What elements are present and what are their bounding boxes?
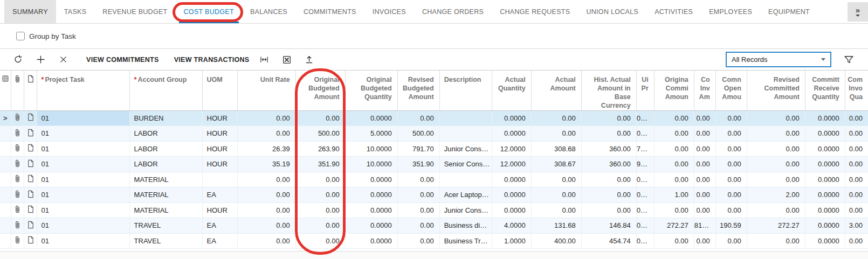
cell-uom[interactable]: HOUR (202, 141, 237, 157)
cell-original-budgeted-quantity[interactable]: 10.0000 (345, 157, 397, 172)
cell-origina-commi-amoun[interactable]: 0.00 (654, 126, 694, 142)
row-expander-cell[interactable] (0, 202, 11, 218)
cell-comn-open-amou[interactable]: 0.00 (715, 141, 747, 157)
tab-change-orders[interactable]: CHANGE ORDERS (414, 0, 492, 23)
row-files-cell[interactable] (11, 233, 24, 249)
row-expander-cell[interactable] (0, 172, 11, 187)
cell-account-group[interactable]: TRAVEL (129, 233, 202, 249)
cell-account-group[interactable]: TRAVEL (129, 218, 202, 234)
cell-co-inv-am[interactable]: 0.00 (694, 187, 715, 203)
cell-committ-receive-quantity[interactable]: 0.0000 (805, 187, 845, 203)
row-files-cell[interactable] (11, 110, 24, 126)
row-files-cell[interactable] (11, 126, 24, 142)
cell-committ-receive-quantity[interactable]: 0.0000 (805, 202, 845, 218)
grid-row[interactable]: 01MATERIALEA0.000.000.00000.00Acer Lapto… (0, 187, 868, 203)
cell-revised-budgeted-amount[interactable]: 0.00 (397, 202, 439, 218)
cell-unit-rate[interactable]: 0.00 (237, 126, 295, 142)
row-note-cell[interactable] (24, 218, 37, 234)
cell-uom[interactable]: EA (202, 187, 237, 203)
cell-comn-open-amou[interactable]: 0.00 (715, 126, 747, 142)
cell-revised-committed-amount[interactable]: 0.00 (747, 157, 805, 172)
column-header-actual-quantity[interactable]: Actual Quantity (492, 71, 531, 110)
row-note-cell[interactable] (24, 233, 37, 249)
cell-com-invo-qua[interactable]: 3.00 (845, 218, 868, 234)
tab-union-locals[interactable]: UNION LOCALS (578, 0, 646, 23)
row-expander-cell[interactable] (0, 126, 11, 142)
grid-row[interactable]: 01TRAVELEA0.000.000.00000.00Business Tr…… (0, 233, 868, 249)
row-expander-cell[interactable] (0, 218, 11, 234)
cell-unit-rate[interactable]: 0.00 (237, 202, 295, 218)
cell-original-budgeted-amount[interactable]: 351.90 (295, 157, 345, 172)
column-header-uom[interactable]: UOM (202, 71, 237, 110)
cell-actual-quantity[interactable]: 0.0000 (492, 187, 531, 203)
cell-hist-actual-amount-in-base-currency[interactable]: 360.00 (581, 141, 636, 157)
cell-uom[interactable] (202, 172, 237, 187)
column-header-revised-budgeted-amount[interactable]: Revised Budgeted Amount (397, 71, 439, 110)
cell-actual-amount[interactable]: 0.00 (531, 126, 581, 142)
cell-ui-pr[interactable]: 90.0 (636, 157, 654, 172)
cell-description[interactable]: Junior Cons… (439, 141, 492, 157)
cell-co-inv-am[interactable]: 81.68 (694, 218, 715, 234)
cell-committ-receive-quantity[interactable]: 0.0000 (805, 233, 845, 249)
cell-origina-commi-amoun[interactable]: 0.00 (654, 172, 694, 187)
cell-actual-quantity[interactable]: 12.0000 (492, 141, 531, 157)
column-header-project-task[interactable]: *Project Task (37, 71, 129, 110)
cell-actual-amount[interactable]: 400.00 (531, 233, 581, 249)
tab-activities[interactable]: ACTIVITIES (646, 0, 701, 23)
row-expander-cell[interactable]: > (0, 110, 11, 126)
cell-actual-quantity[interactable]: 4.0000 (492, 218, 531, 234)
cell-revised-committed-amount[interactable]: 0.00 (747, 110, 805, 126)
cell-actual-quantity[interactable]: 0.0000 (492, 172, 531, 187)
cell-com-invo-qua[interactable]: 0.00 (845, 233, 868, 249)
cell-project-task[interactable]: 01 (37, 126, 129, 142)
export-to-excel-button[interactable] (279, 52, 294, 67)
row-note-cell[interactable] (24, 126, 37, 142)
cell-revised-committed-amount[interactable]: 0.00 (747, 233, 805, 249)
cell-account-group[interactable]: MATERIAL (129, 202, 202, 218)
cell-uom[interactable]: HOUR (202, 157, 237, 172)
cell-uom[interactable]: HOUR (202, 202, 237, 218)
cell-description[interactable]: Business di… (439, 218, 492, 234)
cell-actual-amount[interactable]: 308.67 (531, 157, 581, 172)
cell-comn-open-amou[interactable]: 0.00 (715, 187, 747, 203)
cell-revised-budgeted-amount[interactable]: 351.90 (397, 157, 439, 172)
cell-revised-committed-amount[interactable]: 0.00 (747, 126, 805, 142)
cell-project-task[interactable]: 01 (37, 141, 129, 157)
cell-hist-actual-amount-in-base-currency[interactable]: 0.00 (581, 110, 636, 126)
cell-revised-budgeted-amount[interactable]: 0.00 (397, 172, 439, 187)
cell-ui-pr[interactable]: 0.00 (636, 218, 654, 234)
cell-uom[interactable]: HOUR (202, 110, 237, 126)
column-header-co-inv-am[interactable]: Co Inv Am (694, 71, 715, 110)
column-header-unit-rate[interactable]: Unit Rate (237, 71, 295, 110)
cell-unit-rate[interactable]: 26.39 (237, 141, 295, 157)
cell-origina-commi-amoun[interactable]: 0.00 (654, 202, 694, 218)
cell-original-budgeted-amount[interactable]: 0.00 (295, 218, 345, 234)
cell-ui-pr[interactable]: 0.00 (636, 110, 654, 126)
cell-account-group[interactable]: BURDEN (129, 110, 202, 126)
cell-revised-budgeted-amount[interactable]: 500.00 (397, 126, 439, 142)
cell-ui-pr[interactable]: 70.0 (636, 141, 654, 157)
tab-overflow-button[interactable]: » (848, 2, 868, 22)
cell-actual-amount[interactable]: 0.00 (531, 187, 581, 203)
row-expander-cell[interactable] (0, 233, 11, 249)
cell-original-budgeted-amount[interactable]: 0.00 (295, 202, 345, 218)
cell-origina-commi-amoun[interactable]: 1.00 (654, 187, 694, 203)
cell-unit-rate[interactable]: 0.00 (237, 218, 295, 234)
cell-original-budgeted-amount[interactable]: 500.00 (295, 126, 345, 142)
cell-comn-open-amou[interactable]: 0.00 (715, 202, 747, 218)
grid-row[interactable]: 01MATERIALHOUR0.000.000.00000.00Junior C… (0, 202, 868, 218)
cell-account-group[interactable]: MATERIAL (129, 187, 202, 203)
tab-summary[interactable]: SUMMARY (4, 0, 56, 23)
cell-committ-receive-quantity[interactable]: 0.0000 (805, 218, 845, 234)
grid-row[interactable]: >01BURDENHOUR0.000.000.00000.000.00000.0… (0, 110, 868, 126)
cell-ui-pr[interactable]: 0.00 (636, 233, 654, 249)
cell-com-invo-qua[interactable]: 0.00 (845, 110, 868, 126)
cell-co-inv-am[interactable]: 0.00 (694, 110, 715, 126)
column-header-note-icon[interactable] (24, 71, 37, 110)
column-header-original-budgeted-amount[interactable]: Original Budgeted Amount (295, 71, 345, 110)
cell-unit-rate[interactable]: 0.00 (237, 233, 295, 249)
cell-com-invo-qua[interactable]: 0.00 (845, 202, 868, 218)
column-header-original-budgeted-quantity[interactable]: Original Budgeted Quantity (345, 71, 397, 110)
cell-unit-rate[interactable]: 0.00 (237, 187, 295, 203)
cell-origina-commi-amoun[interactable]: 0.00 (654, 157, 694, 172)
